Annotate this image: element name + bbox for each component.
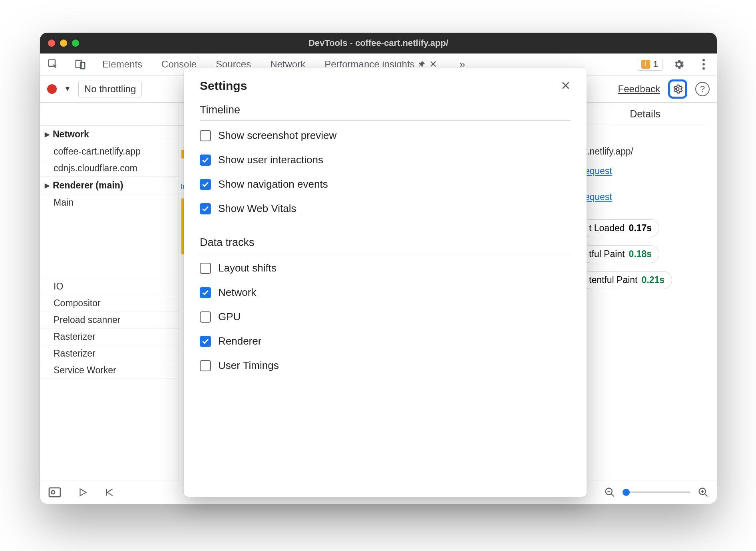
warning-icon <box>641 60 650 69</box>
renderer-row[interactable]: Rasterizer <box>40 345 179 362</box>
settings-option-label: Layout shifts <box>218 262 277 274</box>
settings-option-label: Show Web Vitals <box>218 202 296 215</box>
checkbox[interactable] <box>200 287 211 298</box>
renderer-row[interactable]: Preload scanner <box>40 311 179 328</box>
traffic-lights <box>48 40 79 47</box>
renderer-section-header[interactable]: ▶ Renderer (main) <box>40 177 179 194</box>
renderer-section-label: Renderer (main) <box>53 180 123 191</box>
network-host-row[interactable]: coffee-cart.netlify.app <box>40 143 179 160</box>
settings-option-label: Renderer <box>218 335 261 347</box>
detail-url-fragment: rt.netlify.app/ <box>581 146 709 157</box>
issues-badge[interactable]: 1 <box>637 58 662 71</box>
play-icon[interactable] <box>78 487 88 497</box>
details-title: Details <box>581 108 709 125</box>
settings-option-label: GPU <box>218 311 241 323</box>
checkbox[interactable] <box>200 263 211 274</box>
settings-group-title: Timeline <box>200 104 571 121</box>
checkbox[interactable] <box>200 311 211 323</box>
record-button[interactable] <box>47 84 57 94</box>
metric-label: tentful Paint <box>589 275 637 285</box>
metric-value: 0.17s <box>629 223 652 234</box>
metric-pill[interactable]: tentful Paint 0.21s <box>581 271 672 289</box>
settings-option-row[interactable]: Show screenshot preview <box>200 129 571 142</box>
chevron-right-icon: ▶ <box>45 182 50 189</box>
maximize-window-button[interactable] <box>72 40 79 47</box>
checkbox[interactable] <box>200 179 211 190</box>
zoom-in-icon[interactable] <box>698 487 709 498</box>
svg-point-4 <box>702 63 705 65</box>
inspect-element-icon[interactable] <box>45 56 62 73</box>
close-settings-icon[interactable]: ✕ <box>561 79 571 93</box>
settings-option-row[interactable]: GPU <box>200 311 571 323</box>
zoom-slider[interactable] <box>623 492 690 493</box>
settings-option-label: Network <box>218 286 256 299</box>
zoom-out-icon[interactable] <box>604 487 615 498</box>
renderer-row[interactable]: Rasterizer <box>40 328 179 345</box>
feedback-link[interactable]: Feedback <box>618 83 660 95</box>
metric-pill[interactable]: tful Paint 0.18s <box>581 245 659 263</box>
zoom-slider-thumb[interactable] <box>623 489 630 496</box>
panel-settings-button[interactable] <box>668 79 687 99</box>
record-menu-caret[interactable]: ▼ <box>64 85 71 93</box>
network-host-row[interactable]: cdnjs.cloudflare.com <box>40 160 179 176</box>
settings-option-row[interactable]: Network <box>200 286 571 299</box>
issues-count: 1 <box>653 59 658 69</box>
renderer-row[interactable]: Compositor <box>40 295 179 311</box>
checkbox[interactable] <box>200 203 211 214</box>
checkbox[interactable] <box>200 130 211 141</box>
detail-fragment: t <box>581 132 709 143</box>
network-section-label: Network <box>53 129 89 140</box>
screenshot-toggle-icon[interactable] <box>48 487 62 498</box>
settings-option-row[interactable]: User Timings <box>200 359 571 372</box>
settings-option-row[interactable]: Renderer <box>200 335 571 347</box>
settings-gear-icon[interactable] <box>670 56 687 73</box>
metric-label: t Loaded <box>589 223 625 234</box>
checkbox[interactable] <box>200 155 211 166</box>
throttling-label: No throttling <box>84 83 136 94</box>
svg-point-5 <box>702 67 705 70</box>
settings-option-label: Show navigation events <box>218 178 328 190</box>
metric-value: 0.18s <box>629 249 652 260</box>
settings-option-label: Show user interactions <box>218 154 323 166</box>
metric-value: 0.21s <box>641 275 664 285</box>
renderer-row[interactable]: Main <box>40 194 179 278</box>
settings-option-label: Show screenshot preview <box>218 129 336 142</box>
settings-popover: Settings ✕ TimelineShow screenshot previ… <box>184 67 587 497</box>
svg-point-8 <box>52 490 55 494</box>
settings-option-row[interactable]: Layout shifts <box>200 262 571 274</box>
chevron-right-icon: ▶ <box>45 131 50 138</box>
settings-option-label: User Timings <box>218 359 279 372</box>
jump-to-start-icon[interactable] <box>104 487 114 497</box>
tab-elements[interactable]: Elements <box>102 59 142 70</box>
toggle-device-icon[interactable] <box>72 56 89 73</box>
close-window-button[interactable] <box>48 40 55 47</box>
checkbox[interactable] <box>200 360 211 371</box>
metric-label: tful Paint <box>589 249 625 260</box>
minimize-window-button[interactable] <box>60 40 67 47</box>
svg-point-3 <box>702 59 705 61</box>
metric-pill[interactable]: t Loaded 0.17s <box>581 219 659 237</box>
kebab-menu-icon[interactable] <box>695 56 712 73</box>
help-button[interactable]: ? <box>695 82 710 96</box>
checkbox[interactable] <box>200 336 211 347</box>
details-pane: Details t rt.netlify.app/ request reques… <box>573 103 717 480</box>
settings-title: Settings <box>200 79 247 93</box>
settings-option-row[interactable]: Show Web Vitals <box>200 202 571 215</box>
settings-group-title: Data tracks <box>200 236 571 253</box>
settings-option-row[interactable]: Show navigation events <box>200 178 571 190</box>
settings-option-row[interactable]: Show user interactions <box>200 154 571 166</box>
renderer-row[interactable]: Service Worker <box>40 362 179 379</box>
svg-point-6 <box>676 87 679 90</box>
throttling-select[interactable]: No throttling <box>78 81 142 97</box>
window-title: DevTools - coffee-cart.netlify.app/ <box>40 38 717 48</box>
titlebar: DevTools - coffee-cart.netlify.app/ <box>40 33 717 54</box>
renderer-row[interactable]: IO <box>40 278 179 295</box>
tracks-sidebar: ▶ Network coffee-cart.netlify.app cdnjs.… <box>40 103 179 480</box>
network-section-header[interactable]: ▶ Network <box>40 126 179 143</box>
